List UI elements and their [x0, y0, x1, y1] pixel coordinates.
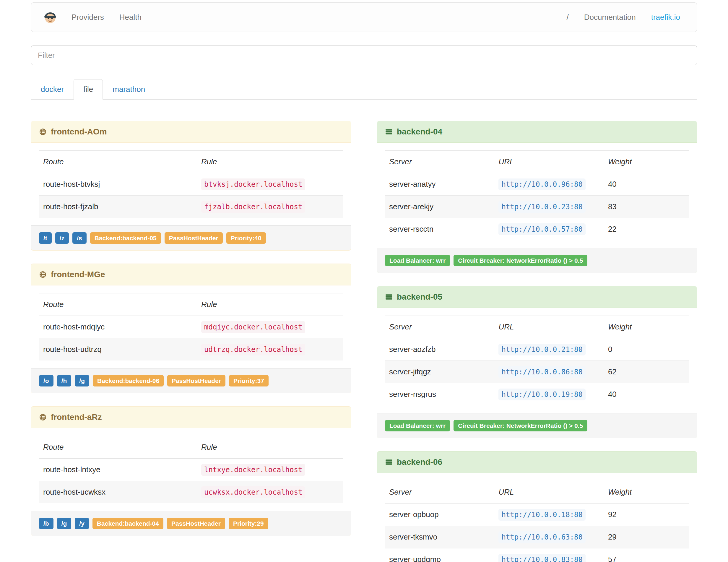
passhostheader-badge: PassHostHeader: [167, 518, 225, 529]
backend-card-body: Server URL Weight server-opbuop http://1…: [377, 473, 697, 562]
server-row: server-updqmo http://10.0.0.83:80 57: [385, 548, 689, 562]
weight-column-header: Weight: [604, 316, 689, 338]
route-row: route-host-lntxye lntxye.docker.localhos…: [39, 459, 343, 481]
server-list-icon: [385, 458, 393, 466]
nav-link-traefik-io[interactable]: traefik.io: [643, 13, 688, 22]
circuit-breaker-badge: Circuit Breaker: NetworkErrorRatio () > …: [454, 420, 587, 431]
server-url: http://10.0.0.23:80: [498, 201, 586, 213]
server-url: http://10.0.0.83:80: [498, 554, 586, 562]
backend-card-header: backend-05: [377, 286, 697, 308]
rule-column-header: Rule: [197, 151, 343, 173]
nav-link-health[interactable]: Health: [112, 13, 149, 22]
route-name: route-host-lntxye: [39, 459, 197, 481]
globe-icon: [39, 413, 47, 421]
server-row: server-nsgrus http://10.0.0.19:80 40: [385, 383, 689, 406]
server-name: server-jifqgz: [385, 361, 494, 383]
backend-card-05: backend-05 Server URL Weight: [377, 286, 697, 438]
frontend-title: frontend-aRz: [51, 412, 102, 422]
route-row: route-host-udtrzq udtrzq.docker.localhos…: [39, 338, 343, 361]
provider-tabs: docker file marathon: [31, 79, 697, 100]
frontend-card-body: Route Rule route-host-btvksj btvksj.dock…: [31, 143, 351, 225]
priority-badge: Priority:40: [226, 232, 266, 244]
weight-column-header: Weight: [604, 481, 689, 503]
route-name: route-host-mdqiyc: [39, 316, 197, 338]
backend-card-06: backend-06 Server URL Weight: [377, 451, 697, 562]
server-row: server-jifqgz http://10.0.0.86:80 62: [385, 361, 689, 383]
backend-ref-badge: Backend:backend-06: [93, 375, 164, 386]
route-row: route-host-mdqiyc mdqiyc.docker.localhos…: [39, 316, 343, 338]
server-url: http://10.0.0.86:80: [498, 366, 586, 378]
server-weight: 62: [604, 361, 689, 383]
backend-title: backend-06: [397, 457, 442, 467]
tab-docker[interactable]: docker: [31, 79, 74, 100]
backend-title: backend-04: [397, 127, 442, 137]
server-list-icon: [385, 128, 393, 136]
server-name: server-anatyy: [385, 173, 494, 196]
route-column-header: Route: [39, 151, 197, 173]
priority-badge: Priority:29: [229, 518, 268, 529]
server-weight: 22: [604, 218, 689, 241]
top-navbar: Providers Health / Documentation traefik…: [31, 2, 697, 32]
entrypoint-badge: /g: [75, 375, 89, 386]
entrypoint-badge: /t: [39, 232, 52, 244]
server-row: server-arekjy http://10.0.0.23:80 83: [385, 196, 689, 218]
entrypoint-badge: /b: [39, 518, 53, 529]
server-name: server-aozfzb: [385, 338, 494, 361]
server-list-icon: [385, 293, 393, 301]
server-column-header: Server: [385, 151, 494, 173]
frontend-title: frontend-MGe: [51, 270, 105, 279]
backend-card-04: backend-04 Server URL Weight: [377, 121, 697, 273]
passhostheader-badge: PassHostHeader: [167, 375, 225, 386]
server-url: http://10.0.0.19:80: [498, 389, 586, 400]
filter-input[interactable]: [31, 46, 697, 65]
tab-file[interactable]: file: [74, 79, 103, 100]
server-row: server-anatyy http://10.0.0.96:80 40: [385, 173, 689, 196]
weight-column-header: Weight: [604, 151, 689, 173]
frontend-card-body: Route Rule route-host-lntxye lntxye.dock…: [31, 428, 351, 511]
page-container: Providers Health / Documentation traefik…: [0, 2, 728, 562]
route-rule: fjzalb.docker.localhost: [201, 201, 305, 213]
priority-badge: Priority:37: [229, 375, 269, 386]
backend-card-header: backend-06: [377, 451, 697, 473]
nav-link-providers[interactable]: Providers: [64, 13, 112, 22]
route-column-header: Route: [39, 436, 197, 459]
url-column-header: URL: [494, 316, 604, 338]
backends-column: backend-04 Server URL Weight: [377, 121, 697, 562]
url-column-header: URL: [494, 151, 604, 173]
frontend-title: frontend-AOm: [51, 127, 107, 137]
frontend-card-header: frontend-aRz: [31, 407, 351, 428]
filter-section: [31, 46, 697, 65]
frontend-card-header: frontend-MGe: [31, 264, 351, 285]
frontend-card-aom: frontend-AOm Route Rule route-host-btvk: [31, 121, 351, 251]
nav-link-documentation[interactable]: Documentation: [576, 13, 643, 22]
route-row: route-host-ucwksx ucwksx.docker.localhos…: [39, 481, 343, 503]
route-row: route-host-btvksj btvksj.docker.localhos…: [39, 173, 343, 196]
backend-ref-badge: Backend:backend-05: [90, 232, 161, 244]
frontends-column: frontend-AOm Route Rule route-host-btvk: [31, 121, 351, 549]
backend-card-body: Server URL Weight server-aozfzb http://1…: [377, 308, 697, 413]
backend-card-footer: Load Balancer: wrr Circuit Breaker: Netw…: [377, 413, 697, 438]
route-name: route-host-ucwksx: [39, 481, 197, 503]
route-row: route-host-fjzalb fjzalb.docker.localhos…: [39, 196, 343, 218]
server-weight: 40: [604, 173, 689, 196]
frontend-card-footer: /o /h /g Backend:backend-06 PassHostHead…: [31, 368, 351, 393]
route-name: route-host-udtrzq: [39, 338, 197, 361]
server-weight: 29: [604, 526, 689, 548]
server-name: server-tksmvo: [385, 526, 494, 548]
route-name: route-host-fjzalb: [39, 196, 197, 218]
backend-card-body: Server URL Weight server-anatyy http://1…: [377, 143, 697, 248]
server-row: server-opbuop http://10.0.0.18:80 92: [385, 503, 689, 526]
frontend-card-header: frontend-AOm: [31, 121, 351, 143]
server-url: http://10.0.0.18:80: [498, 509, 586, 521]
server-name: server-opbuop: [385, 503, 494, 526]
server-row: server-aozfzb http://10.0.0.21:80 0: [385, 338, 689, 361]
server-name: server-updqmo: [385, 548, 494, 562]
server-row: server-tksmvo http://10.0.0.63:80 29: [385, 526, 689, 548]
route-name: route-host-btvksj: [39, 173, 197, 196]
server-row: server-rscctn http://10.0.0.57:80 22: [385, 218, 689, 241]
nav-separator: /: [559, 13, 576, 22]
entrypoint-badge: /o: [39, 375, 53, 386]
tab-marathon[interactable]: marathon: [103, 79, 155, 100]
server-weight: 83: [604, 196, 689, 218]
server-name: server-arekjy: [385, 196, 494, 218]
